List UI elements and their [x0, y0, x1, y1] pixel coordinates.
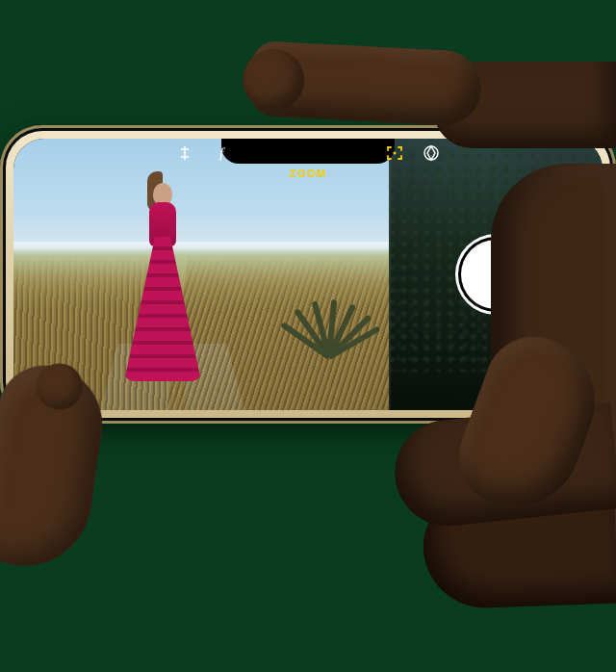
zoom-frame-icon[interactable] [385, 143, 404, 163]
scene-subject-woman [124, 179, 201, 381]
f-stop-icon[interactable]: f [212, 143, 231, 163]
display-notch [221, 139, 395, 164]
svg-point-5 [424, 146, 438, 160]
filters-icon[interactable] [422, 143, 441, 163]
right-hand-index-finger [248, 40, 483, 127]
zoom-mode-label: ZOOM [290, 168, 327, 179]
svg-text:f: f [219, 145, 225, 161]
exposure-icon[interactable] [175, 143, 194, 163]
scene-agave-plant [283, 271, 370, 357]
scene-root: f ZOOM [0, 0, 616, 672]
svg-point-4 [394, 152, 397, 155]
